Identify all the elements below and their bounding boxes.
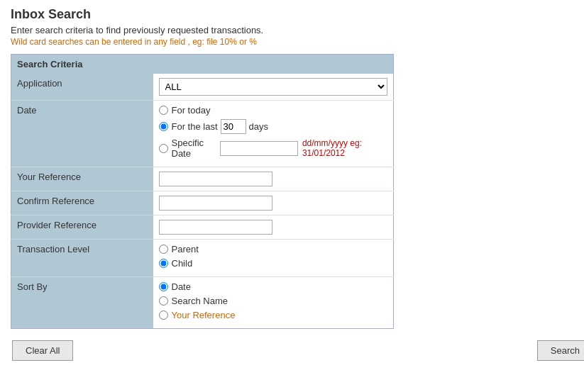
for-last-label: For the last [172,121,218,132]
transaction-level-label: Transaction Level [11,240,153,277]
date-row: Date For today For the last days Specifi… [11,101,394,167]
wildcard-note-text: Wild card searches can be entered in [11,37,151,47]
sort-search-name-row: Search Name [159,296,388,306]
for-today-label: For today [172,105,211,116]
provider-reference-input[interactable] [159,220,272,235]
application-label: Application [11,74,153,101]
sort-by-row: Sort By Date Search Name Your Reference [11,277,394,329]
page-title: Inbox Search [11,7,573,22]
wildcard-note: Wild card searches can be entered in any… [11,37,573,47]
section-header: Search Criteria [11,55,394,74]
for-last-radio[interactable] [159,122,168,131]
date-label: Date [11,101,153,167]
date-value-cell: For today For the last days Specific Dat… [153,101,394,167]
sort-your-reference-radio[interactable] [159,310,168,320]
for-today-radio[interactable] [159,106,168,115]
provider-reference-value-cell [153,215,394,240]
parent-row: Parent [159,244,388,254]
application-row: Application ALL [11,74,394,101]
provider-reference-label: Provider Reference [11,215,153,240]
clear-all-button[interactable]: Clear All [12,340,73,361]
sort-search-name-radio[interactable] [159,296,168,306]
page-subtitle: Enter search criteria to find previously… [11,25,573,35]
parent-radio[interactable] [159,245,168,254]
for-last-row: For the last days [159,119,388,134]
application-select[interactable]: ALL [159,78,388,96]
your-reference-label: Your Reference [11,167,153,191]
specific-date-input[interactable] [220,141,298,156]
transaction-level-value-cell: Parent Child [153,240,394,277]
child-label: Child [172,258,193,269]
sort-by-label: Sort By [11,277,153,329]
sort-by-value-cell: Date Search Name Your Reference [153,277,394,329]
provider-reference-row: Provider Reference [11,215,394,240]
wildcard-example: , eg: file 10% or % [188,37,257,47]
for-today-row: For today [159,105,388,116]
search-criteria-table: Search Criteria Application ALL Date For… [11,54,394,329]
specific-date-label: Specific Date [172,138,216,159]
sort-your-reference-row: Your Reference [159,310,388,320]
specific-date-radio[interactable] [159,144,168,153]
child-radio[interactable] [159,259,168,268]
days-unit: days [249,121,268,132]
confirm-reference-label: Confirm Reference [11,191,153,215]
sort-date-radio[interactable] [159,282,168,291]
wildcard-any-field: any field [153,37,185,47]
sort-your-reference-label: Your Reference [172,310,236,320]
sort-search-name-label: Search Name [172,296,228,306]
application-value-cell: ALL [153,74,394,101]
search-button[interactable]: Search [537,340,584,361]
child-row: Child [159,258,388,269]
days-input[interactable] [221,119,246,134]
parent-label: Parent [172,244,199,254]
your-reference-input[interactable] [159,172,272,186]
confirm-reference-value-cell [153,191,394,215]
specific-date-row: Specific Date dd/mm/yyyy eg: 31/01/2012 [159,138,388,159]
date-hint: dd/mm/yyyy eg: 31/01/2012 [302,138,387,158]
transaction-level-row: Transaction Level Parent Child [11,240,394,277]
sort-date-label: Date [172,281,191,292]
your-reference-value-cell [153,167,394,191]
confirm-reference-row: Confirm Reference [11,191,394,215]
confirm-reference-input[interactable] [159,196,272,211]
your-reference-row: Your Reference [11,167,394,191]
footer: Clear All Search [11,340,584,361]
sort-date-row: Date [159,281,388,292]
